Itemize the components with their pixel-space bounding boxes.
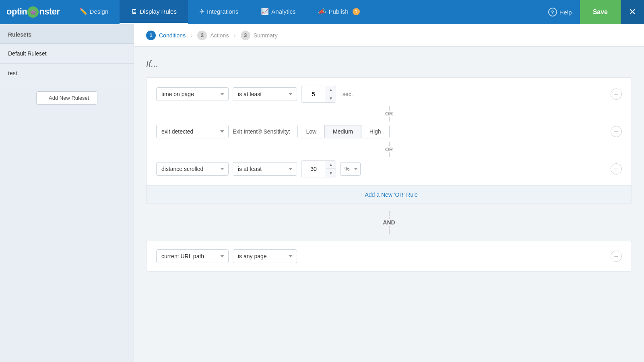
save-button[interactable]: Save [580, 0, 621, 24]
unit-label-1: sec. [343, 91, 353, 97]
rule-group-2: current URL path time on page exit detec… [146, 241, 632, 272]
sidebar: Rulesets Default Ruleset test + Add New … [0, 24, 134, 362]
design-icon: ✏️ [79, 8, 87, 15]
if-label: If... [146, 59, 632, 69]
step-summary[interactable]: 3 Summary [241, 31, 278, 40]
nav-label-publish: Publish [328, 8, 348, 15]
publish-icon: 📣 [318, 8, 326, 15]
display-rules-icon: 🖥 [131, 8, 137, 15]
decrement-btn-1[interactable]: ▼ [326, 94, 336, 102]
or-line-bottom-2 [389, 152, 390, 157]
value-input-wrap-1: ▲ ▼ [301, 86, 336, 103]
condition-select-url[interactable]: current URL path time on page exit detec… [156, 249, 229, 263]
nav-item-publish[interactable]: 📣 Publish 1 [307, 0, 371, 24]
or-label-1: OR [385, 111, 393, 117]
header: optin👾nster ✏️ Design 🖥 Display Rules ✈ … [0, 0, 644, 24]
rule-row-3: distance scrolled time on page exit dete… [156, 160, 622, 177]
publish-badge: 1 [353, 8, 360, 15]
step-1-label: Conditions [159, 32, 186, 39]
steps-bar: 1 Conditions › 2 Actions › 3 Summary [134, 24, 644, 47]
sidebar-item-label: Default Ruleset [8, 50, 47, 57]
add-ruleset-button[interactable]: + Add New Ruleset [36, 91, 98, 105]
condition-select-3[interactable]: distance scrolled time on page exit dete… [156, 162, 229, 176]
step-1-num: 1 [146, 31, 156, 40]
nav-item-analytics[interactable]: 📈 Analytics [250, 0, 307, 24]
sensitivity-low-btn[interactable]: Low [298, 125, 325, 138]
step-2-num: 2 [197, 31, 207, 40]
number-arrows-3: ▲ ▼ [326, 161, 336, 177]
value-input-3[interactable] [301, 162, 326, 175]
or-label-2: OR [385, 146, 393, 152]
close-button[interactable]: ✕ [621, 0, 644, 24]
rule-group-1: time on page exit detected distance scro… [146, 77, 632, 204]
sensitivity-high-btn[interactable]: High [361, 125, 389, 138]
increment-btn-3[interactable]: ▲ [326, 161, 336, 169]
sidebar-heading: Rulesets [0, 24, 134, 44]
nav-label-display-rules: Display Rules [140, 8, 177, 15]
step-arrow-1: › [190, 32, 192, 39]
step-conditions[interactable]: 1 Conditions [146, 31, 186, 40]
condition-select-1[interactable]: time on page exit detected distance scro… [156, 87, 229, 101]
or-connector-2: OR [156, 138, 622, 160]
nav-label-analytics: Analytics [271, 8, 295, 15]
integrations-icon: ✈ [199, 8, 204, 15]
help-question-icon: ? [548, 8, 557, 16]
value-input-1[interactable] [301, 88, 326, 101]
sensitivity-group: Low Medium High [297, 125, 389, 138]
step-3-label: Summary [254, 32, 278, 39]
number-arrows-1: ▲ ▼ [326, 86, 336, 102]
main-content: 1 Conditions › 2 Actions › 3 Summary If.… [134, 24, 644, 362]
rule-row-2: exit detected time on page distance scro… [156, 125, 622, 138]
sensitivity-medium-btn[interactable]: Medium [325, 125, 361, 138]
or-connector-1: OR [156, 103, 622, 125]
header-right: ? Help Save ✕ [540, 0, 644, 24]
or-line-top-2 [389, 142, 390, 146]
step-3-num: 3 [241, 31, 250, 40]
rule-group-2-body: current URL path time on page exit detec… [147, 241, 632, 271]
remove-rule-btn-3[interactable]: − [611, 163, 622, 175]
sidebar-item-test[interactable]: test [0, 64, 134, 83]
rule-group-1-body: time on page exit detected distance scro… [147, 78, 632, 185]
help-label: Help [559, 9, 572, 16]
and-label: AND [383, 219, 395, 226]
unit-select-3[interactable]: % px [340, 162, 361, 176]
nav-item-integrations[interactable]: ✈ Integrations [188, 0, 250, 24]
or-line-bottom-1 [389, 117, 390, 121]
value-input-wrap-3: ▲ ▼ [301, 160, 336, 177]
logo: optin👾nster [6, 6, 60, 18]
step-2-label: Actions [210, 32, 229, 39]
and-connector: AND [146, 204, 632, 241]
remove-rule-btn-1[interactable]: − [611, 88, 622, 100]
main-nav: ✏️ Design 🖥 Display Rules ✈ Integrations… [68, 0, 540, 24]
help-button[interactable]: ? Help [540, 0, 580, 24]
remove-rule-btn-url[interactable]: − [611, 251, 622, 262]
step-actions[interactable]: 2 Actions [197, 31, 229, 40]
nav-label-design: Design [90, 8, 109, 15]
logo-text: optin👾nster [6, 6, 60, 18]
add-or-rule-button[interactable]: + Add a New 'OR' Rule [147, 185, 632, 204]
increment-btn-1[interactable]: ▲ [326, 86, 336, 94]
nav-item-design[interactable]: ✏️ Design [68, 0, 120, 24]
sidebar-item-default-ruleset[interactable]: Default Ruleset [0, 44, 134, 64]
or-line-top-1 [389, 106, 390, 111]
analytics-icon: 📈 [261, 8, 269, 15]
condition-select-2[interactable]: exit detected time on page distance scro… [156, 125, 229, 138]
decrement-btn-3[interactable]: ▼ [326, 169, 336, 177]
nav-item-display-rules[interactable]: 🖥 Display Rules [120, 0, 188, 24]
rules-content: If... time on page exit detected distanc… [134, 47, 644, 284]
sensitivity-label: Exit Intent® Sensitivity: [233, 128, 290, 135]
nav-label-integrations: Integrations [207, 8, 238, 15]
remove-rule-btn-2[interactable]: − [611, 126, 622, 137]
rule-row-url: current URL path time on page exit detec… [156, 249, 622, 263]
and-line-top [389, 211, 390, 219]
operator-select-1[interactable]: is at least is less than [233, 87, 297, 101]
operator-select-url[interactable]: is any page contains is exactly [233, 249, 297, 263]
and-line-bottom [389, 226, 390, 234]
operator-select-3[interactable]: is at least is less than [233, 162, 297, 176]
step-arrow-2: › [233, 32, 235, 39]
sidebar-item-label: test [8, 70, 17, 76]
rule-row-1: time on page exit detected distance scro… [156, 86, 622, 103]
